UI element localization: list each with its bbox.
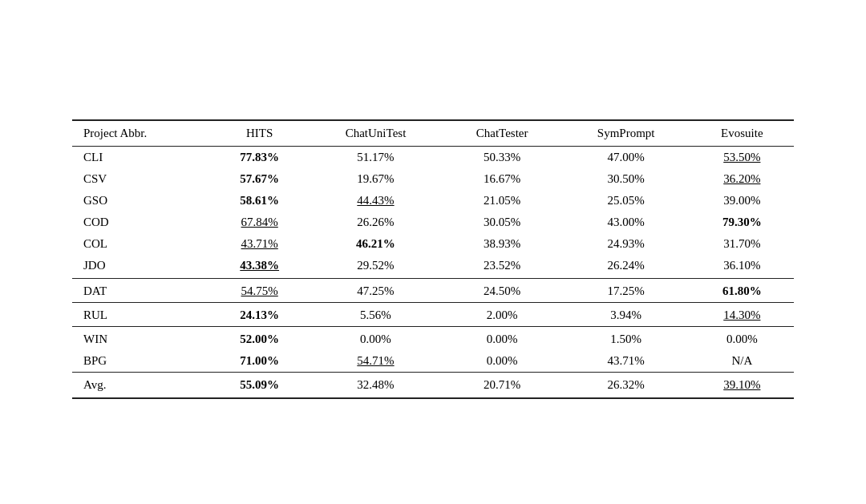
table-row: WIN52.00%0.00%0.00%1.50%0.00% <box>72 327 794 351</box>
cell-chattester: 0.00% <box>443 327 562 351</box>
cell-evosuite: 14.30% <box>690 303 794 327</box>
cell-symprompt: 1.50% <box>562 327 690 351</box>
cell-evosuite: 39.00% <box>690 190 794 212</box>
col-header-chatunitest: ChatUniTest <box>309 120 442 147</box>
cell-chatunitest: 5.56% <box>309 303 442 327</box>
col-header-symprompt: SymPrompt <box>562 120 690 147</box>
cell-project: DAT <box>72 279 210 303</box>
cell-chatunitest: 26.26% <box>309 212 442 233</box>
avg-cell: 26.32% <box>562 373 690 399</box>
cell-evosuite: 61.80% <box>690 279 794 303</box>
cell-symprompt: 43.00% <box>562 212 690 233</box>
col-header-projectabbr: Project Abbr. <box>72 120 210 147</box>
cell-chatunitest: 19.67% <box>309 168 442 190</box>
table-body: CLI77.83%51.17%50.33%47.00%53.50%CSV57.6… <box>72 147 794 399</box>
col-header-hits: HITS <box>210 120 309 147</box>
table-row: RUL24.13%5.56%2.00%3.94%14.30% <box>72 303 794 327</box>
cell-chatunitest: 0.00% <box>309 327 442 351</box>
cell-hits: 57.67% <box>210 168 309 190</box>
table-row: COD67.84%26.26%30.05%43.00%79.30% <box>72 212 794 233</box>
cell-chattester: 21.05% <box>443 190 562 212</box>
cell-project: COD <box>72 212 210 233</box>
cell-project: RUL <box>72 303 210 327</box>
cell-chattester: 23.52% <box>443 255 562 279</box>
avg-cell: Avg. <box>72 373 210 399</box>
cell-chatunitest: 47.25% <box>309 279 442 303</box>
cell-evosuite: 53.50% <box>690 147 794 169</box>
cell-chatunitest: 44.43% <box>309 190 442 212</box>
cell-chattester: 0.00% <box>443 350 562 373</box>
table-container: Project Abbr.HITSChatUniTestChatTesterSy… <box>48 89 818 415</box>
cell-hits: 43.71% <box>210 233 309 255</box>
cell-chattester: 30.05% <box>443 212 562 233</box>
table-row: DAT54.75%47.25%24.50%17.25%61.80% <box>72 279 794 303</box>
col-header-chattester: ChatTester <box>443 120 562 147</box>
cell-symprompt: 25.05% <box>562 190 690 212</box>
cell-project: BPG <box>72 350 210 373</box>
cell-project: CSV <box>72 168 210 190</box>
cell-chatunitest: 54.71% <box>309 350 442 373</box>
table-row: CLI77.83%51.17%50.33%47.00%53.50% <box>72 147 794 169</box>
cell-chattester: 38.93% <box>443 233 562 255</box>
cell-hits: 67.84% <box>210 212 309 233</box>
cell-chatunitest: 46.21% <box>309 233 442 255</box>
cell-chattester: 24.50% <box>443 279 562 303</box>
cell-project: CLI <box>72 147 210 169</box>
cell-project: GSO <box>72 190 210 212</box>
col-header-evosuite: Evosuite <box>690 120 794 147</box>
cell-evosuite: 36.20% <box>690 168 794 190</box>
avg-cell: 39.10% <box>690 373 794 399</box>
avg-cell: 32.48% <box>309 373 442 399</box>
cell-hits: 24.13% <box>210 303 309 327</box>
cell-symprompt: 3.94% <box>562 303 690 327</box>
cell-hits: 71.00% <box>210 350 309 373</box>
cell-project: WIN <box>72 327 210 351</box>
coverage-table: Project Abbr.HITSChatUniTestChatTesterSy… <box>72 119 794 399</box>
cell-symprompt: 43.71% <box>562 350 690 373</box>
cell-symprompt: 17.25% <box>562 279 690 303</box>
avg-cell: 55.09% <box>210 373 309 399</box>
table-row: COL43.71%46.21%38.93%24.93%31.70% <box>72 233 794 255</box>
header-row: Project Abbr.HITSChatUniTestChatTesterSy… <box>72 120 794 147</box>
cell-symprompt: 30.50% <box>562 168 690 190</box>
avg-row: Avg.55.09%32.48%20.71%26.32%39.10% <box>72 373 794 399</box>
table-row: GSO58.61%44.43%21.05%25.05%39.00% <box>72 190 794 212</box>
cell-hits: 77.83% <box>210 147 309 169</box>
cell-hits: 52.00% <box>210 327 309 351</box>
cell-evosuite: N/A <box>690 350 794 373</box>
cell-hits: 43.38% <box>210 255 309 279</box>
avg-cell: 20.71% <box>443 373 562 399</box>
cell-chattester: 2.00% <box>443 303 562 327</box>
cell-evosuite: 36.10% <box>690 255 794 279</box>
cell-chatunitest: 51.17% <box>309 147 442 169</box>
cell-hits: 58.61% <box>210 190 309 212</box>
cell-evosuite: 0.00% <box>690 327 794 351</box>
cell-chatunitest: 29.52% <box>309 255 442 279</box>
cell-project: COL <box>72 233 210 255</box>
cell-evosuite: 31.70% <box>690 233 794 255</box>
cell-symprompt: 26.24% <box>562 255 690 279</box>
cell-project: JDO <box>72 255 210 279</box>
table-row: CSV57.67%19.67%16.67%30.50%36.20% <box>72 168 794 190</box>
cell-symprompt: 24.93% <box>562 233 690 255</box>
cell-chattester: 16.67% <box>443 168 562 190</box>
cell-evosuite: 79.30% <box>690 212 794 233</box>
table-row: JDO43.38%29.52%23.52%26.24%36.10% <box>72 255 794 279</box>
table-row: BPG71.00%54.71%0.00%43.71%N/A <box>72 350 794 373</box>
cell-chattester: 50.33% <box>443 147 562 169</box>
cell-symprompt: 47.00% <box>562 147 690 169</box>
cell-hits: 54.75% <box>210 279 309 303</box>
